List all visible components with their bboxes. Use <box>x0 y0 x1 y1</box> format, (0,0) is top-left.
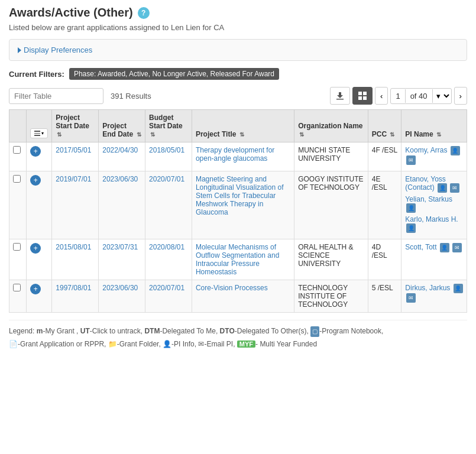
col-header-pi: PI Name ⇅ <box>401 110 467 142</box>
next-page-button[interactable]: › <box>454 87 467 105</box>
menu-lines-icon <box>34 131 40 136</box>
end-date-link[interactable]: 2023/07/31 <box>102 243 138 251</box>
row-expand-button[interactable]: + <box>30 284 41 294</box>
row-checkbox[interactable] <box>13 284 21 291</box>
current-filters: Current Filters: Phase: Awarded, Active,… <box>9 68 467 80</box>
toolbar-right: ‹ 1 of 40 ▾ › <box>330 87 467 105</box>
email-pi-icon: ✉ <box>198 340 204 348</box>
budget-date-link[interactable]: 2020/08/01 <box>149 243 184 251</box>
start-date-link[interactable]: 2017/05/01 <box>56 146 91 154</box>
filter-input[interactable] <box>9 88 103 104</box>
row-budget-date: 2020/08/01 <box>145 239 192 280</box>
column-menu-button[interactable]: ▾ <box>30 128 48 138</box>
pi-other-link[interactable]: Yelian, Starkus <box>405 195 452 203</box>
end-date-link[interactable]: 2023/06/30 <box>102 175 138 183</box>
project-title-link[interactable]: Therapy development for open-angle glauc… <box>196 146 274 163</box>
row-checkbox[interactable] <box>13 175 21 183</box>
row-start-date: 2019/07/01 <box>52 171 99 239</box>
pdf-icon: 📄 <box>9 340 18 348</box>
row-checkbox[interactable] <box>13 146 21 154</box>
display-prefs-box: Display Preferences <box>9 39 467 61</box>
svg-rect-0 <box>336 99 344 100</box>
pi-info-icon[interactable]: 👤 <box>438 183 447 193</box>
pi-email-icon[interactable]: ✉ <box>406 293 416 303</box>
row-expand-button[interactable]: + <box>30 243 41 254</box>
pi-info-icon[interactable]: 👤 <box>406 223 416 233</box>
row-expand-cell: + <box>27 142 52 171</box>
help-icon[interactable]: ? <box>138 7 150 19</box>
pi-other-link[interactable]: Karlo, Markus H. <box>405 215 458 223</box>
row-expand-button[interactable]: + <box>30 146 41 157</box>
start-date-link[interactable]: 2015/08/01 <box>56 243 91 251</box>
col-header-pcc: PCC ⇅ <box>368 110 401 142</box>
page-container: Awards/Active (Other) ? Listed below are… <box>0 0 476 356</box>
row-pcc: 5 /ESL <box>368 280 401 313</box>
row-end-date: 2022/04/30 <box>99 142 145 171</box>
pi-primary-link[interactable]: Dirkus, Jarkus <box>405 284 450 292</box>
pi-info-icon[interactable]: 👤 <box>406 203 416 213</box>
pi-primary-link[interactable]: Scott, Tott <box>405 243 436 251</box>
row-pi-name: Scott, Tott 👤 ✉ <box>401 239 467 280</box>
row-pcc: 4F /ESL <box>368 142 401 171</box>
page-title-row: Awards/Active (Other) ? <box>9 6 467 20</box>
row-org-name: TECHNOLOGY INSTITUTE OF TECHNOLOGY <box>294 280 368 313</box>
filter-badge: Phase: Awarded, Active, No Longer Active… <box>69 68 279 80</box>
prev-page-button[interactable]: ‹ <box>375 87 388 105</box>
pi-other: Karlo, Markus H. 👤 <box>405 215 463 233</box>
row-project-title: Magnetic Steering and Longitudinal Visua… <box>192 171 294 239</box>
end-date-link[interactable]: 2023/06/30 <box>102 284 138 292</box>
row-pi-name: Dirkus, Jarkus 👤 ✉ <box>401 280 467 313</box>
row-project-title: Therapy development for open-angle glauc… <box>192 142 294 171</box>
pi-info-icon[interactable]: 👤 <box>454 284 463 293</box>
row-start-date: 2017/05/01 <box>52 142 99 171</box>
page-title: Awards/Active (Other) <box>9 6 133 20</box>
row-org-name: ORAL HEALTH & SCIENCE UNIVERSITY <box>294 239 368 280</box>
display-prefs-button[interactable]: Display Preferences <box>18 46 458 54</box>
pi-primary-link[interactable]: Koomy, Arras <box>405 146 447 154</box>
notebook-icon: ▢ <box>310 326 319 337</box>
project-title-link[interactable]: Core-Vision Processes <box>196 284 268 292</box>
project-title-link[interactable]: Magnetic Steering and Longitudinal Visua… <box>196 175 284 216</box>
row-org-name: GOOGY INSTITUTE OF TECHNOLOGY <box>294 171 368 239</box>
svg-rect-3 <box>358 96 362 100</box>
col-header-org: Organization Name ⇅ <box>294 110 368 142</box>
start-date-link[interactable]: 1997/08/01 <box>56 284 91 292</box>
page-current: 1 <box>391 89 405 103</box>
row-project-title: Molecular Mechanisms of Outflow Segmenta… <box>192 239 294 280</box>
grid-icon <box>358 91 367 100</box>
page-select[interactable]: ▾ <box>433 89 451 103</box>
table-row: + 2019/07/01 2023/06/30 2020/07/01 Magne… <box>9 171 467 239</box>
download-button[interactable] <box>330 87 350 105</box>
pi-email-icon[interactable]: ✉ <box>406 155 416 165</box>
row-budget-date: 2020/07/01 <box>145 171 192 239</box>
pi-email-icon[interactable]: ✉ <box>450 183 459 193</box>
toolbar: 391 Results ‹ 1 <box>9 87 467 105</box>
budget-date-link[interactable]: 2020/07/01 <box>149 175 184 183</box>
pi-info-icon[interactable]: 👤 <box>440 243 449 252</box>
col-header-end: Project End Date ⇅ <box>99 110 145 142</box>
pi-email-icon[interactable]: ✉ <box>452 243 462 252</box>
start-date-link[interactable]: 2019/07/01 <box>56 175 91 183</box>
row-project-title: Core-Vision Processes <box>192 280 294 313</box>
sort-icon-start: ⇅ <box>57 131 61 138</box>
row-start-date: 1997/08/01 <box>52 280 99 313</box>
page-info: 1 of 40 ▾ <box>390 88 451 104</box>
project-title-link[interactable]: Molecular Mechanisms of Outflow Segmenta… <box>196 243 279 276</box>
budget-date-link[interactable]: 2018/05/01 <box>149 146 184 154</box>
budget-date-link[interactable]: 2020/07/01 <box>149 284 184 292</box>
grid-view-button[interactable] <box>352 87 373 105</box>
pi-info-icon[interactable]: 👤 <box>451 146 460 155</box>
svg-rect-2 <box>363 92 367 95</box>
display-prefs-label: Display Preferences <box>24 46 92 54</box>
row-checkbox-cell <box>9 239 27 280</box>
col-header-checkbox <box>9 110 27 142</box>
table-row: + 2017/05/01 2022/04/30 2018/05/01 Thera… <box>9 142 467 171</box>
end-date-link[interactable]: 2022/04/30 <box>102 146 138 154</box>
row-checkbox[interactable] <box>13 243 21 251</box>
row-budget-date: 2020/07/01 <box>145 280 192 313</box>
row-expand-button[interactable]: + <box>30 175 41 186</box>
table-row: + 2015/08/01 2023/07/31 2020/08/01 Molec… <box>9 239 467 280</box>
pi-primary: Etanov, Yoss (Contact) 👤 ✉ <box>405 175 463 193</box>
pi-primary: Scott, Tott 👤 ✉ <box>405 243 463 252</box>
row-end-date: 2023/07/31 <box>99 239 145 280</box>
